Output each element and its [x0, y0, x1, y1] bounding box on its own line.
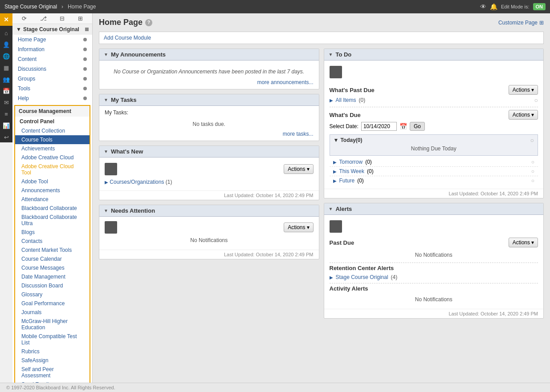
sidebar-branch-icon[interactable]: ⎇	[40, 15, 47, 22]
tool-date-management[interactable]: Date Management	[15, 272, 90, 281]
tool-discussion-board[interactable]: Discussion Board	[15, 281, 90, 290]
tool-contacts[interactable]: Contacts	[15, 237, 90, 246]
page-info-icon[interactable]: ?	[145, 19, 152, 26]
edit-mode-toggle[interactable]: ON	[533, 3, 546, 10]
tasks-more-link[interactable]: more tasks...	[105, 131, 314, 137]
users-icon[interactable]: 👤	[1, 39, 12, 50]
tool-announcements[interactable]: Announcements	[15, 186, 90, 195]
tool-bb-collaborate[interactable]: Blackboard Collaborate	[15, 204, 90, 213]
grid-icon[interactable]: ▦	[1, 62, 12, 73]
announcements-more-link[interactable]: more announcements...	[105, 79, 314, 85]
course-section-header[interactable]: ▼ Stage Course Original	[12, 24, 92, 35]
calendar-icon[interactable]: 📅	[1, 85, 12, 96]
needs-attention-row: Actions ▾	[105, 220, 314, 234]
whats-new-module: ▼ What's New Actions ▾	[99, 145, 319, 200]
todo-avatar	[330, 66, 342, 78]
future-arrow[interactable]: ▶	[333, 178, 337, 183]
tool-blogs[interactable]: Blogs	[15, 228, 90, 237]
content-collection-link[interactable]: Content Collection	[15, 126, 90, 135]
breadcrumb-page: Home Page	[68, 4, 96, 10]
home-icon[interactable]: ⌂	[1, 28, 12, 38]
alerts-arrow-icon[interactable]: ▼	[329, 206, 333, 211]
tool-content-market[interactable]: Content Market Tools	[15, 246, 90, 255]
breadcrumb-course[interactable]: Stage Course Original	[4, 4, 57, 10]
list-icon[interactable]: ≡	[1, 109, 12, 119]
section-arrow-icon: ▼	[16, 26, 21, 32]
tool-bb-collaborate-ultra[interactable]: Blackboard Collaborate Ultra	[15, 213, 90, 228]
today-section: ▼ Today (0) ○ Nothing Due Today	[330, 134, 538, 156]
tool-rubrics[interactable]: Rubrics	[15, 347, 90, 356]
today-close-icon[interactable]: ○	[530, 137, 534, 144]
tool-self-peer[interactable]: Self and Peer Assessment	[15, 365, 90, 380]
today-header[interactable]: ▼ Today (0) ○	[334, 137, 534, 144]
whats-new-avatar	[105, 163, 117, 175]
mail-icon[interactable]: ✉	[1, 97, 12, 108]
tool-achievements[interactable]: Achievements	[15, 144, 90, 153]
tool-adobe-cc[interactable]: Adobe Creative Cloud	[15, 153, 90, 162]
chart-icon[interactable]: 📊	[1, 120, 12, 131]
tool-journals[interactable]: Journals	[15, 308, 90, 317]
needs-attention-module: ▼ Needs Attention Actions ▾ No Notif	[99, 205, 319, 259]
future-close-icon[interactable]: ○	[531, 178, 534, 184]
preview-icon[interactable]: 👁	[480, 3, 486, 10]
needs-attention-no-notif: No Notifications	[105, 234, 314, 246]
sidebar-item-discussions[interactable]: Discussions	[12, 64, 92, 74]
tool-goal-performance[interactable]: Goal Performance	[15, 299, 90, 308]
tool-course-messages[interactable]: Course Messages	[15, 263, 90, 272]
sidebar-expand-icon[interactable]: ⊞	[78, 15, 83, 22]
sidebar-item-home[interactable]: Home Page	[12, 35, 92, 44]
all-items-arrow[interactable]: ▶	[330, 98, 333, 103]
all-items-link[interactable]: All Items	[336, 97, 356, 103]
past-due-actions-button[interactable]: Actions ▾	[509, 85, 538, 95]
tasks-arrow-icon[interactable]: ▼	[104, 97, 108, 102]
tool-adobe-tool[interactable]: Adobe Tool	[15, 177, 90, 186]
calendar-icon[interactable]: 📅	[399, 123, 407, 130]
tool-course-calendar[interactable]: Course Calendar	[15, 255, 90, 263]
needs-attention-arrow-icon[interactable]: ▼	[104, 208, 108, 213]
future-link[interactable]: Future	[339, 178, 355, 184]
whats-new-arrow-icon[interactable]: ▼	[104, 149, 108, 154]
sidebar-item-information[interactable]: Information	[12, 44, 92, 54]
alerts-actions-button[interactable]: Actions ▾	[509, 238, 538, 247]
tool-adobe-cc-tool[interactable]: Adobe Creative Cloud Tool	[15, 162, 90, 177]
course-tools-link[interactable]: Course Tools	[15, 135, 90, 144]
globe-icon[interactable]: 🌐	[1, 51, 12, 61]
whats-due-actions-button[interactable]: Actions ▾	[509, 110, 538, 120]
tool-mcgrawhill[interactable]: McGraw-Hill Higher Education	[15, 317, 90, 332]
tomorrow-close-icon[interactable]: ○	[531, 159, 534, 165]
tool-mobile-test[interactable]: Mobile Compatible Test List	[15, 332, 90, 347]
alerts-divider-2	[330, 283, 538, 283]
whats-new-actions-button[interactable]: Actions ▾	[284, 164, 313, 174]
todo-arrow-icon[interactable]: ▼	[329, 52, 333, 57]
sidebar-collapse-icon[interactable]: ⊟	[60, 15, 65, 22]
tool-glossary[interactable]: Glossary	[15, 290, 90, 299]
tool-attendance[interactable]: Attendance	[15, 195, 90, 204]
back-icon[interactable]: ↩	[1, 132, 12, 142]
sidebar-item-content[interactable]: Content	[12, 54, 92, 64]
tomorrow-link[interactable]: Tomorrow	[339, 159, 363, 165]
sidebar-refresh-icon[interactable]: ⟳	[22, 15, 27, 22]
alerts-avatar-row	[330, 218, 538, 236]
retention-course-link[interactable]: Stage Course Original	[336, 274, 388, 280]
thisweek-arrow[interactable]: ▶	[333, 169, 337, 174]
tomorrow-arrow[interactable]: ▶	[333, 160, 337, 165]
add-module-button[interactable]: Add Course Module	[104, 35, 151, 41]
announcements-arrow-icon[interactable]: ▼	[104, 52, 108, 57]
needs-attention-actions-button[interactable]: Actions ▾	[284, 222, 313, 232]
all-items-close-icon[interactable]: ○	[534, 97, 538, 104]
courses-orgs-link[interactable]: Courses/Organizations	[110, 179, 164, 185]
tasks-module: ▼ My Tasks My Tasks: No tasks due. more …	[99, 94, 319, 141]
date-input[interactable]	[361, 122, 397, 131]
sidebar-item-help[interactable]: Help	[12, 93, 92, 103]
sidebar-item-tools[interactable]: Tools	[12, 84, 92, 93]
notifications-icon[interactable]: 🔔	[490, 3, 497, 10]
thisweek-link[interactable]: This Week	[339, 168, 364, 174]
people-icon[interactable]: 👥	[1, 74, 12, 85]
section-dot	[85, 28, 89, 31]
go-button[interactable]: Go	[410, 122, 425, 131]
thisweek-close-icon[interactable]: ○	[531, 168, 534, 174]
tool-safeassign[interactable]: SafeAssign	[15, 356, 90, 365]
customize-page-button[interactable]: Customize Page ⊞	[498, 20, 544, 26]
sidebar-item-groups[interactable]: Groups	[12, 74, 92, 84]
close-panel-button[interactable]: ✕	[0, 13, 12, 26]
